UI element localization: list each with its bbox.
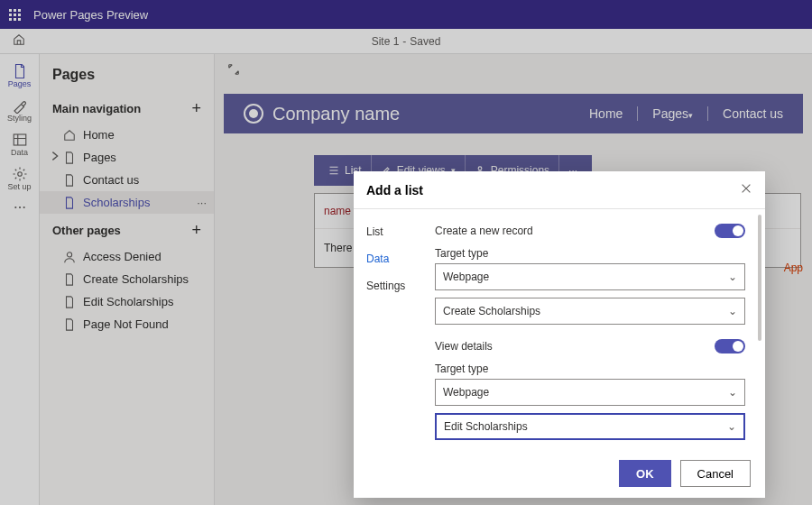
select-target-type-2[interactable]: Webpage ⌄ [435, 379, 745, 406]
modal-title: Add a list [366, 183, 423, 197]
modal-tab-settings[interactable]: Settings [354, 272, 431, 299]
label-target-type-1: Target type [435, 247, 745, 260]
modal-tab-data[interactable]: Data [354, 245, 431, 272]
close-icon[interactable] [740, 182, 752, 197]
select-edit-page[interactable]: Edit Scholarships ⌄ [435, 413, 745, 440]
scrollbar[interactable] [758, 215, 761, 341]
toggle-create-record[interactable] [715, 224, 745, 238]
modal-tabs: List Data Settings [354, 209, 431, 449]
label-target-type-2: Target type [435, 363, 745, 375]
chevron-down-icon: ⌄ [727, 420, 736, 433]
label-view-details: View details [435, 340, 493, 353]
add-list-modal: Add a list List Data Settings Create a n… [354, 171, 765, 498]
toggle-view-details[interactable] [715, 339, 745, 354]
select-target-type-1[interactable]: Webpage ⌄ [435, 263, 745, 290]
cancel-button[interactable]: Cancel [680, 460, 751, 487]
select-create-page[interactable]: Create Scholarships ⌄ [435, 298, 745, 325]
label-create-record: Create a new record [435, 225, 533, 237]
chevron-down-icon: ⌄ [728, 271, 737, 283]
ok-button[interactable]: OK [619, 460, 671, 487]
chevron-down-icon: ⌄ [728, 386, 737, 399]
chevron-down-icon: ⌄ [728, 305, 737, 317]
modal-tab-list[interactable]: List [354, 218, 431, 245]
modal-form: Create a new record Target type Webpage … [431, 209, 765, 449]
